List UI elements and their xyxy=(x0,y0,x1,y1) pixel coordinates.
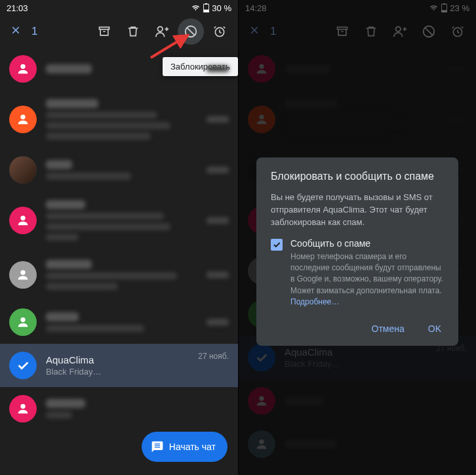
avatar xyxy=(9,55,37,83)
avatar xyxy=(9,261,37,289)
status-right: 30 % xyxy=(191,3,231,13)
avatar xyxy=(9,207,37,234)
list-item[interactable] xyxy=(0,192,238,249)
dialog-title: Блокировать и сообщить о спаме xyxy=(271,171,444,182)
conv-date xyxy=(207,167,229,173)
svg-rect-2 xyxy=(204,10,208,12)
snooze-button[interactable] xyxy=(207,18,233,45)
conv-date xyxy=(207,217,229,224)
svg-point-11 xyxy=(20,216,25,220)
list-item[interactable] xyxy=(0,300,238,344)
avatar xyxy=(9,308,37,336)
list-item[interactable] xyxy=(0,387,238,430)
conv-date xyxy=(207,116,229,123)
svg-point-14 xyxy=(20,404,25,409)
svg-point-9 xyxy=(20,64,25,69)
checkbox-subtext: Номер телефона спамера и его последние с… xyxy=(290,251,444,308)
conv-snippet: Black Friday… xyxy=(46,367,189,377)
list-item[interactable] xyxy=(0,91,238,148)
conv-date xyxy=(207,319,229,325)
wifi-icon xyxy=(191,4,201,12)
selection-count: 1 xyxy=(31,25,37,38)
svg-point-13 xyxy=(20,318,25,322)
checkbox-label: Сообщить о спаме xyxy=(290,238,444,249)
pointer-arrow xyxy=(148,31,194,60)
learn-more-link[interactable]: Подробнее… xyxy=(290,297,339,306)
report-spam-checkbox[interactable] xyxy=(271,239,283,251)
conversation-list[interactable]: AquaClima Black Friday… 27 нояб. xyxy=(0,47,238,430)
dialog-body: Вы не будете получать вызовы и SMS от от… xyxy=(271,192,444,229)
conv-date xyxy=(207,272,229,278)
ok-button[interactable]: OK xyxy=(426,320,444,338)
status-battery: 30 % xyxy=(212,3,231,13)
archive-button[interactable] xyxy=(91,18,117,45)
svg-rect-1 xyxy=(205,3,208,5)
screen-selection-mode: 21:03 30 % 1 Заблокировать xyxy=(0,0,238,475)
start-chat-fab[interactable]: Начать чат xyxy=(142,432,228,462)
delete-button[interactable] xyxy=(120,18,146,45)
close-selection-button[interactable] xyxy=(5,24,26,39)
avatar xyxy=(9,395,37,423)
battery-icon xyxy=(203,3,209,12)
list-item[interactable] xyxy=(0,249,238,300)
status-time: 21:03 xyxy=(7,3,28,13)
chat-icon xyxy=(151,440,164,453)
selected-conversation[interactable]: AquaClima Black Friday… 27 нояб. xyxy=(0,344,238,387)
cancel-button[interactable]: Отмена xyxy=(369,320,407,338)
svg-point-10 xyxy=(20,115,25,119)
list-item[interactable] xyxy=(0,148,238,192)
fab-label: Начать чат xyxy=(169,442,216,452)
conv-date: 27 нояб. xyxy=(198,352,229,361)
status-bar: 21:03 30 % xyxy=(0,0,238,16)
avatar xyxy=(9,106,37,133)
selected-check-icon xyxy=(9,352,37,379)
avatar xyxy=(9,156,37,184)
svg-line-8 xyxy=(151,35,188,58)
svg-point-12 xyxy=(20,270,25,275)
svg-point-4 xyxy=(158,27,163,31)
svg-rect-3 xyxy=(100,27,109,29)
block-spam-dialog: Блокировать и сообщить о спаме Вы не буд… xyxy=(256,157,458,346)
conv-date xyxy=(207,66,229,72)
screen-block-dialog: 14:28 23 % 1 xyxy=(238,0,476,475)
conv-title: AquaClima xyxy=(46,354,189,365)
selection-action-bar: 1 xyxy=(0,16,238,47)
